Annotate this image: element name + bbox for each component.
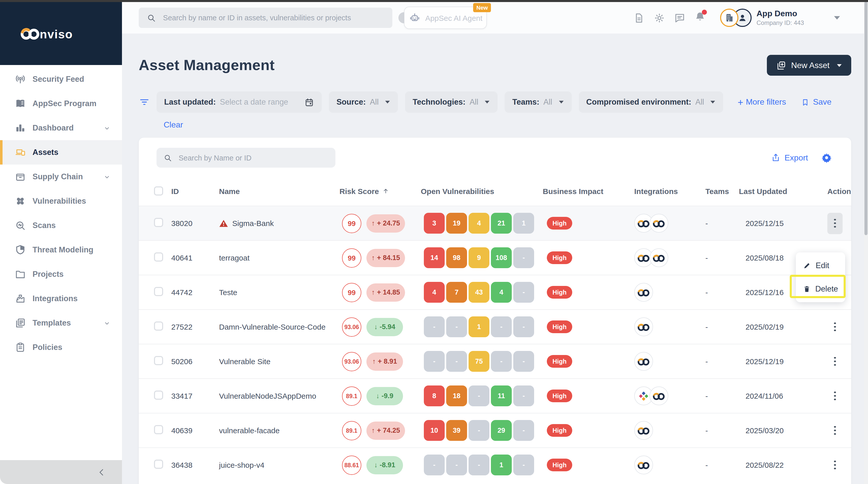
- column-header-business-impact[interactable]: Business Impact: [543, 187, 634, 195]
- row-actions-menu-button[interactable]: [827, 420, 843, 441]
- row-actions-menu-button[interactable]: [827, 454, 843, 476]
- profile-avatars[interactable]: [720, 9, 751, 27]
- filter-compromised-environment[interactable]: Compromised environment:All: [579, 91, 723, 113]
- column-header-label: Name: [219, 187, 240, 195]
- row-checkbox-cell: [154, 425, 171, 436]
- global-search[interactable]: [139, 8, 392, 28]
- row-actions-menu-button[interactable]: [827, 351, 843, 372]
- row-actions-menu-button[interactable]: [827, 385, 843, 407]
- clear-filters-link[interactable]: Clear: [164, 120, 187, 130]
- sidebar-item-threat-modeling[interactable]: Threat Modeling: [0, 238, 122, 262]
- column-header-open-vulnerabilities[interactable]: Open Vulnerabilities: [421, 187, 543, 195]
- dashboard-icon: [15, 122, 26, 134]
- sidebar-item-vulnerabilities[interactable]: Vulnerabilities: [0, 189, 122, 213]
- business-impact-cell: High: [543, 424, 634, 437]
- select-all-checkbox[interactable]: [154, 186, 163, 196]
- row-checkbox[interactable]: [154, 459, 163, 469]
- scrollbar-thumb[interactable]: [864, 2, 867, 235]
- row-checkbox[interactable]: [154, 390, 163, 399]
- sidebar-item-appsec-program[interactable]: AppSec Program: [0, 91, 122, 116]
- chat-icon[interactable]: [674, 12, 685, 24]
- risk-score-value: 99: [342, 214, 361, 233]
- asset-name-text: Teste: [219, 288, 237, 297]
- business-impact-badge: High: [547, 251, 572, 264]
- caret-down-icon: [484, 100, 490, 104]
- risk-score-cell: 93.06↑+ 8.91: [342, 352, 421, 371]
- integrations-cell: [634, 283, 705, 302]
- filter-last-updated[interactable]: Last updated: Select a date range: [157, 91, 322, 113]
- table-row[interactable]: 36438juice-shop-v488.61↓-8.91---1-High-2…: [139, 447, 851, 482]
- integrations-cell: [634, 421, 705, 440]
- save-filter-button[interactable]: Save: [801, 98, 831, 107]
- column-header-name[interactable]: Name: [219, 187, 339, 195]
- row-checkbox[interactable]: [154, 287, 163, 296]
- sidebar-collapse-bar[interactable]: [0, 460, 122, 484]
- table-search[interactable]: [157, 148, 335, 168]
- business-impact-cell: High: [543, 217, 634, 230]
- person-icon: [737, 12, 748, 23]
- vulnerabilities-icon: [15, 196, 26, 207]
- risk-trend-down: ↓-5.94: [366, 318, 403, 336]
- sidebar-item-templates[interactable]: Templates: [0, 311, 122, 335]
- header-checkbox-cell: [154, 186, 171, 196]
- sidebar-item-integrations[interactable]: Integrations: [0, 286, 122, 311]
- policies-icon: [15, 342, 26, 353]
- table-search-input[interactable]: [178, 153, 328, 162]
- row-checkbox[interactable]: [154, 218, 163, 227]
- menu-item-edit[interactable]: Edit: [796, 256, 845, 275]
- row-checkbox[interactable]: [154, 356, 163, 365]
- sidebar-item-scans[interactable]: Scans: [0, 213, 122, 238]
- sidebar-item-assets[interactable]: Assets: [0, 140, 122, 165]
- new-asset-caret-icon: [837, 63, 842, 67]
- more-filters-button[interactable]: + More filters: [738, 97, 786, 107]
- column-header-id[interactable]: ID: [171, 187, 219, 195]
- row-checkbox[interactable]: [154, 425, 163, 434]
- table-row[interactable]: 38020Sigma-Bank99↑+ 24.753194211High-202…: [139, 206, 851, 240]
- column-header-teams[interactable]: Teams: [705, 187, 739, 195]
- export-button[interactable]: Export: [771, 153, 808, 163]
- filter-source[interactable]: Source:All: [329, 91, 398, 113]
- filter-technologies[interactable]: Technologies:All: [405, 91, 498, 113]
- row-actions-menu-button[interactable]: [827, 316, 843, 337]
- sidebar-item-dashboard[interactable]: Dashboard: [0, 116, 122, 140]
- sidebar-item-supply-chain[interactable]: Supply Chain: [0, 165, 122, 189]
- column-header-risk-score[interactable]: Risk Score: [339, 187, 421, 195]
- filter-label: Compromised environment:: [586, 98, 691, 107]
- global-search-input[interactable]: [162, 13, 384, 22]
- table-row[interactable]: 44742Teste99↑+ 14.8547434-High-2025/12/1…: [139, 275, 851, 309]
- filter-funnel-icon[interactable]: [139, 96, 150, 108]
- table-row[interactable]: 33417VulnerableNodeJSAppDemo89.1↓-9.9818…: [139, 378, 851, 413]
- sidebar-item-projects[interactable]: Projects: [0, 262, 122, 286]
- menu-item-delete[interactable]: Delete: [796, 280, 845, 298]
- filter-teams[interactable]: Teams:All: [505, 91, 571, 113]
- appsec-ai-agent-button[interactable]: AppSec AI Agent New: [404, 7, 487, 29]
- sidebar-item-security-feed[interactable]: Security Feed: [0, 67, 122, 91]
- column-header-last-updated[interactable]: Last Updated: [739, 187, 819, 195]
- table-row[interactable]: 50206Vulnerable Site93.06↑+ 8.91--75--Hi…: [139, 344, 851, 378]
- new-asset-button[interactable]: New Asset: [767, 55, 851, 76]
- notifications[interactable]: [694, 11, 706, 25]
- calendar-icon[interactable]: [304, 97, 314, 107]
- table-row[interactable]: 40639vulnerable-facade89.1↑+ 74.251039-2…: [139, 413, 851, 447]
- vuln-severity-badge: 98: [446, 247, 467, 268]
- company-avatar[interactable]: [720, 9, 738, 27]
- row-checkbox[interactable]: [154, 252, 163, 261]
- collapse-sidebar-icon[interactable]: [97, 467, 107, 477]
- column-header-integrations[interactable]: Integrations: [634, 187, 705, 195]
- row-actions-menu-button[interactable]: [827, 213, 843, 234]
- topbar-icons: [633, 11, 706, 25]
- page-scrollbar[interactable]: [864, 0, 868, 484]
- column-header-action[interactable]: Action: [819, 187, 855, 195]
- action-cell: [819, 213, 855, 234]
- row-checkbox[interactable]: [154, 321, 163, 330]
- sidebar-item-policies[interactable]: Policies: [0, 335, 122, 360]
- table-row[interactable]: 27522Damn-Vulnerable-Source-Code93.06↓-5…: [139, 309, 851, 344]
- table-settings-gear-icon[interactable]: [821, 152, 832, 163]
- vuln-severity-badge: -: [446, 316, 467, 337]
- table-row[interactable]: 40641terragoat99↑+ 84.1514989108-High-20…: [139, 240, 851, 275]
- asset-id: 44742: [171, 288, 219, 297]
- profile-menu-caret-icon[interactable]: [833, 15, 841, 20]
- settings-gear-icon[interactable]: [653, 12, 665, 24]
- integrations-cell: [634, 214, 705, 233]
- documentation-icon[interactable]: [633, 12, 645, 24]
